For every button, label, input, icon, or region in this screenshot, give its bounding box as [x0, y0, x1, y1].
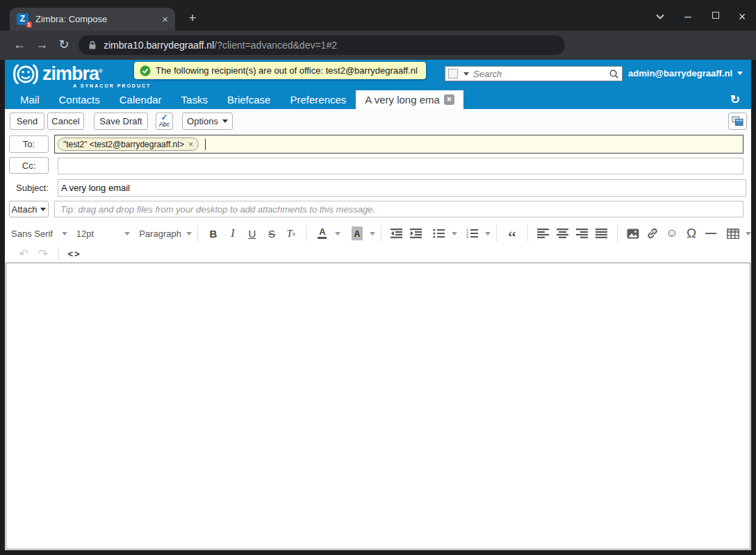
to-button[interactable]: To:: [9, 135, 49, 153]
window-close-button[interactable]: ×: [735, 10, 749, 24]
account-menu[interactable]: admin@barrydegraaff.nl: [628, 68, 743, 78]
bold-button[interactable]: B: [204, 224, 223, 242]
subject-input[interactable]: [61, 183, 743, 193]
options-button[interactable]: Options: [182, 113, 233, 130]
numbered-list-chevron-icon[interactable]: [485, 232, 491, 235]
align-center-button[interactable]: [553, 224, 573, 242]
align-right-button[interactable]: [573, 224, 592, 242]
toast-message: The following recipient(s) are out of of…: [156, 65, 418, 76]
tab-calendar[interactable]: Calendar: [110, 90, 172, 109]
insert-link-button[interactable]: [643, 224, 662, 242]
underline-button[interactable]: U: [243, 224, 262, 242]
chevron-down-icon: [62, 232, 67, 235]
compose-toolbar: Send Cancel Save Draft ✓ Abc Options: [5, 109, 751, 135]
font-size-select[interactable]: 12pt: [76, 229, 130, 239]
compose-tab-close-icon[interactable]: ×: [444, 94, 454, 105]
subject-label: Subject:: [9, 183, 49, 193]
search-magnifier-icon[interactable]: [609, 69, 619, 79]
options-chevron-icon: [222, 119, 228, 123]
cancel-button[interactable]: Cancel: [47, 113, 84, 130]
tab-tasks[interactable]: Tasks: [172, 90, 217, 109]
address-bar[interactable]: zimbra10.barrydegraaff.nl/?client=advanc…: [79, 35, 565, 55]
tab-close-icon[interactable]: ×: [162, 13, 168, 25]
send-button[interactable]: Send: [10, 113, 44, 130]
attachment-tip-text: Tip: drag and drop files from your deskt…: [60, 204, 375, 215]
font-color-chevron-icon[interactable]: [335, 232, 340, 235]
search-type-chevron-icon[interactable]: [463, 72, 469, 76]
font-family-select[interactable]: Sans Serif: [11, 229, 67, 239]
recipient-chip[interactable]: "test2" <test2@barrydegraaff.nl> ×: [58, 138, 199, 151]
align-justify-button[interactable]: [592, 224, 611, 242]
detach-compose-button[interactable]: [728, 113, 747, 130]
bullet-list-button[interactable]: [429, 224, 449, 242]
save-draft-button[interactable]: Save Draft: [94, 113, 148, 130]
attach-button[interactable]: Attach: [9, 201, 49, 217]
tab-contacts[interactable]: Contacts: [49, 90, 110, 109]
strikethrough-button[interactable]: S: [262, 224, 281, 242]
special-character-button[interactable]: Ω: [682, 224, 701, 242]
favicon-notification-badge: 1: [26, 22, 32, 28]
numbered-list-button[interactable]: 1 2 3: [463, 224, 482, 242]
browser-back-button[interactable]: ←: [10, 31, 28, 60]
horizontal-rule-button[interactable]: —: [701, 224, 721, 242]
zimbra-favicon-icon: Z 1: [17, 13, 28, 25]
tab-briefcase[interactable]: Briefcase: [217, 90, 281, 109]
out-of-office-toast: The following recipient(s) are out of of…: [134, 62, 426, 79]
search-type-icon[interactable]: [448, 69, 458, 78]
zimbra-logo-icon: [10, 62, 41, 87]
recipient-chip-remove-icon[interactable]: ×: [188, 140, 193, 149]
new-tab-button[interactable]: +: [183, 9, 202, 27]
browser-toolbar: ← → ↻ zimbra10.barrydegraaff.nl/?client=…: [0, 31, 756, 60]
window-minimize-button[interactable]: –: [681, 10, 695, 24]
blockquote-button[interactable]: “: [502, 224, 522, 242]
highlight-color-button[interactable]: A: [347, 224, 367, 242]
recipient-chip-label: "test2" <test2@barrydegraaff.nl>: [63, 140, 184, 149]
insert-table-button[interactable]: [723, 224, 743, 242]
tab-preferences[interactable]: Preferences: [280, 90, 356, 109]
insert-image-button[interactable]: [623, 224, 643, 242]
spell-check-button[interactable]: ✓ Abc: [156, 113, 173, 130]
browser-forward-button[interactable]: →: [33, 31, 51, 60]
insert-emoji-button[interactable]: ☺: [662, 224, 682, 242]
tab-compose-active[interactable]: A very long ema ×: [356, 90, 463, 109]
table-chevron-icon[interactable]: [746, 232, 751, 235]
svg-text:3: 3: [466, 235, 468, 238]
zimbra-logo: zimbra® A SYNACOR PRODUCT: [10, 62, 151, 88]
refresh-icon[interactable]: ↻: [730, 92, 740, 107]
align-left-button[interactable]: [534, 224, 553, 242]
redo-button[interactable]: ↷: [33, 245, 53, 263]
cc-button[interactable]: Cc:: [9, 157, 49, 174]
message-body-editor[interactable]: [6, 263, 750, 549]
indent-button[interactable]: [406, 224, 426, 242]
detach-windows-icon: [732, 116, 743, 126]
search-bar[interactable]: [445, 66, 623, 81]
subject-field-wrap: [58, 179, 746, 197]
clear-formatting-button[interactable]: Tx: [281, 224, 301, 242]
page-viewport: zimbra® A SYNACOR PRODUCT admin@barrydeg…: [5, 60, 751, 550]
text-cursor: [205, 139, 206, 150]
spell-check-icon: ✓: [161, 115, 167, 121]
zimbra-header: zimbra® A SYNACOR PRODUCT admin@barrydeg…: [5, 60, 751, 90]
tab-mail[interactable]: Mail: [10, 90, 49, 109]
format-toolbar: Sans Serif 12pt Paragraph B I U S Tx A: [5, 222, 751, 245]
highlight-color-chevron-icon[interactable]: [370, 232, 375, 235]
undo-button[interactable]: ↶: [14, 245, 33, 263]
to-field[interactable]: "test2" <test2@barrydegraaff.nl> ×: [54, 135, 743, 154]
bullet-list-chevron-icon[interactable]: [452, 232, 457, 235]
cc-field[interactable]: [58, 158, 743, 174]
browser-tab[interactable]: Z 1 Zimbra: Compose ×: [10, 8, 175, 31]
source-code-button[interactable]: <>: [65, 245, 84, 263]
compose-tab-label: A very long ema: [365, 94, 440, 106]
italic-button[interactable]: I: [223, 224, 243, 242]
search-input[interactable]: [473, 69, 609, 79]
attachment-drop-zone[interactable]: Tip: drag and drop files from your deskt…: [54, 201, 743, 217]
tab-search-chevron-icon[interactable]: [653, 10, 667, 22]
logo-tagline: A SYNACOR PRODUCT: [73, 83, 151, 88]
browser-reload-button[interactable]: ↻: [55, 31, 73, 60]
outdent-button[interactable]: [387, 224, 406, 242]
font-color-button[interactable]: A: [313, 224, 332, 242]
lock-icon: [88, 40, 97, 50]
success-check-icon: [140, 65, 151, 76]
window-maximize-button[interactable]: [709, 10, 723, 19]
paragraph-style-select[interactable]: Paragraph: [139, 229, 192, 239]
